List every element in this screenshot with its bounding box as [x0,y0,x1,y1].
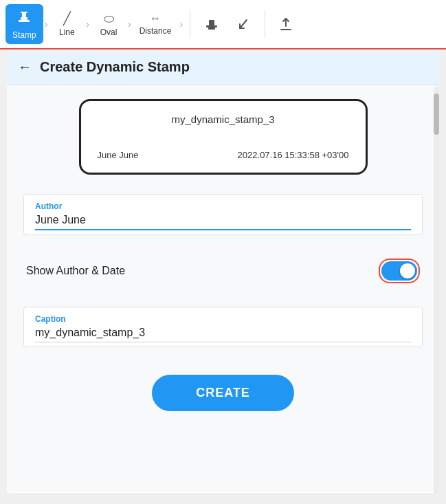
chevron-after-stamp: › [45,19,48,30]
author-value[interactable]: June June [35,214,411,230]
toolbar-divider-2 [265,10,265,38]
panel-content: my_dynamic_stamp_3 June June 2022.07.16 … [7,85,439,492]
upload-action-btn[interactable] [271,12,301,36]
line-tool[interactable]: ╱ Line [49,7,85,41]
stamp-preview-datetime: 2022.07.16 15:33:58 +03'00 [238,150,349,160]
toggle-wrapper [379,259,420,283]
distance-label: Distance [140,26,172,36]
show-author-date-row: Show Author & Date [23,249,423,293]
svg-rect-1 [19,20,30,22]
oval-icon: ⬭ [104,12,114,26]
caption-label: Caption [35,314,411,324]
show-author-date-toggle[interactable] [381,261,417,281]
toggle-knob [400,263,415,278]
svg-rect-2 [22,12,26,17]
oval-label: Oval [100,28,118,37]
scrollbar-thumb[interactable] [434,94,439,135]
create-button[interactable]: CREATE [152,375,294,411]
distance-icon: ↔ [150,12,161,25]
svg-rect-4 [206,25,217,28]
chevron-after-line: › [86,19,89,30]
distance-tool[interactable]: ↔ Distance [133,8,179,40]
svg-rect-3 [21,12,27,13]
stamp-preview: my_dynamic_stamp_3 June June 2022.07.16 … [79,99,368,175]
toolbar: Stamp › ╱ Line › ⬭ Oval › ↔ Distance › [0,0,446,50]
svg-line-7 [240,20,247,28]
caption-value[interactable]: my_dynamic_stamp_3 [35,327,411,342]
stamp-action-btn[interactable] [196,12,227,36]
svg-rect-6 [209,20,214,25]
main-panel: ← Create Dynamic Stamp my_dynamic_stamp_… [7,50,439,493]
chevron-after-oval: › [128,19,131,30]
toggle-row-label: Show Author & Date [26,265,125,277]
panel-title: Create Dynamic Stamp [40,59,190,75]
back-button[interactable]: ← [18,59,32,75]
create-button-wrap: CREATE [23,361,423,418]
line-icon: ╱ [63,11,71,26]
chevron-after-distance: › [179,19,183,30]
stamp-preview-footer: June June 2022.07.16 15:33:58 +03'00 [98,150,349,160]
scrollbar-track [434,87,439,493]
oval-tool[interactable]: ⬭ Oval [91,8,126,41]
stamp-label: Stamp [12,30,36,40]
line-label: Line [59,28,75,37]
panel-header: ← Create Dynamic Stamp [7,50,439,85]
author-field-group: Author June June [23,194,423,235]
toolbar-divider-1 [190,10,190,38]
svg-rect-0 [21,17,27,20]
author-label: Author [35,201,411,211]
arrow-action-btn[interactable] [227,12,259,36]
stamp-tool[interactable]: Stamp [5,4,43,44]
stamp-preview-author: June June [98,150,139,160]
caption-field-group: Caption my_dynamic_stamp_3 [23,307,423,347]
stamp-preview-name: my_dynamic_stamp_3 [171,113,274,125]
svg-rect-5 [208,28,215,30]
stamp-icon [16,8,32,29]
